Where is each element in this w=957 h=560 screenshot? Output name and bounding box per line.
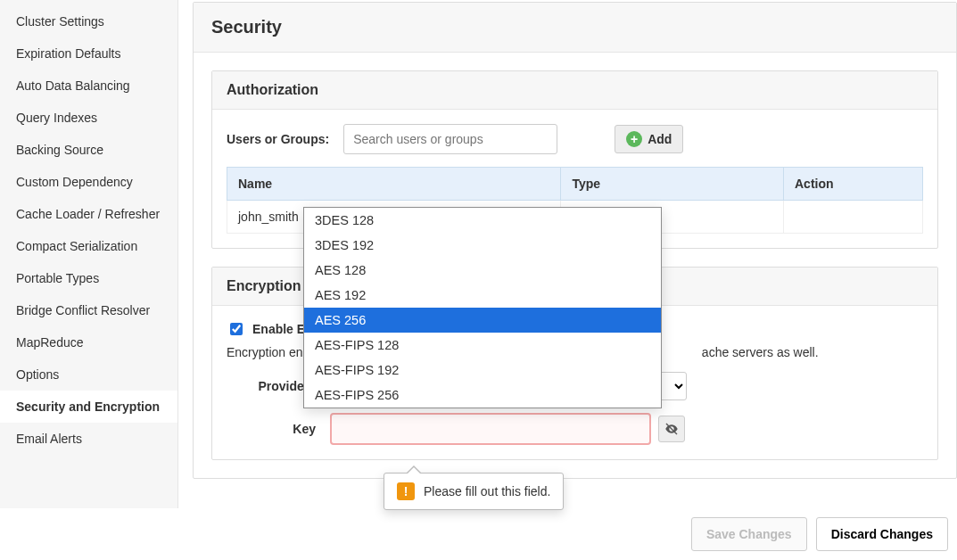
plus-icon: + xyxy=(626,131,642,147)
sidebar-item-bridge-conflict-resolver[interactable]: Bridge Conflict Resolver xyxy=(0,294,177,326)
provider-option-aes-fips-192[interactable]: AES-FIPS 192 xyxy=(304,358,661,383)
enable-encryption-checkbox[interactable] xyxy=(230,323,243,335)
sidebar-item-compact-serialization[interactable]: Compact Serialization xyxy=(0,230,177,262)
provider-option-aes-128[interactable]: AES 128 xyxy=(304,258,661,283)
provider-option-aes-fips-256[interactable]: AES-FIPS 256 xyxy=(304,383,661,408)
eye-slash-icon xyxy=(664,422,679,436)
col-name[interactable]: Name xyxy=(227,168,561,201)
provider-option-aes-fips-128[interactable]: AES-FIPS 128 xyxy=(304,333,661,358)
provider-option-aes-256[interactable]: AES 256 xyxy=(304,308,661,333)
sidebar-item-mapreduce[interactable]: MapReduce xyxy=(0,326,177,358)
provider-option-3des-192[interactable]: 3DES 192 xyxy=(304,233,661,258)
cell-action xyxy=(783,201,922,234)
sidebar-item-custom-dependency[interactable]: Custom Dependency xyxy=(0,166,177,198)
sidebar-item-backing-source[interactable]: Backing Source xyxy=(0,134,177,166)
footer-actions: Save Changes Discard Changes xyxy=(691,517,948,551)
sidebar-item-email-alerts[interactable]: Email Alerts xyxy=(0,423,177,455)
page-title: Security xyxy=(194,3,956,53)
authorization-header: Authorization xyxy=(212,71,937,110)
providers-label: Providers xyxy=(227,379,316,393)
col-action[interactable]: Action xyxy=(783,168,922,201)
sidebar-item-portable-types[interactable]: Portable Types xyxy=(0,262,177,294)
add-button-label: Add xyxy=(648,132,672,146)
provider-option-aes-192[interactable]: AES 192 xyxy=(304,283,661,308)
sidebar-item-cache-loader-refresher[interactable]: Cache Loader / Refresher xyxy=(0,198,177,230)
sidebar-item-security-and-encryption[interactable]: Security and Encryption xyxy=(0,391,177,423)
sidebar-item-auto-data-balancing[interactable]: Auto Data Balancing xyxy=(0,70,177,102)
validation-tooltip: ! Please fill out this field. xyxy=(384,473,564,510)
provider-option-3des-128[interactable]: 3DES 128 xyxy=(304,208,661,233)
save-changes-button[interactable]: Save Changes xyxy=(691,517,807,551)
toggle-key-visibility-button[interactable] xyxy=(658,416,685,442)
sidebar-item-expiration-defaults[interactable]: Expiration Defaults xyxy=(0,37,177,70)
sidebar: Cluster Settings Expiration Defaults Aut… xyxy=(0,0,178,508)
key-label: Key xyxy=(227,422,316,436)
col-type[interactable]: Type xyxy=(561,168,784,201)
sidebar-item-cluster-settings[interactable]: Cluster Settings xyxy=(0,5,177,37)
sidebar-item-options[interactable]: Options xyxy=(0,358,177,391)
tooltip-text: Please fill out this field. xyxy=(424,484,550,498)
add-user-button[interactable]: + Add xyxy=(615,125,683,153)
warning-icon: ! xyxy=(397,482,415,500)
discard-changes-button[interactable]: Discard Changes xyxy=(816,517,948,551)
users-or-groups-input[interactable] xyxy=(343,124,557,154)
key-input[interactable] xyxy=(330,413,651,445)
sidebar-item-query-indexes[interactable]: Query Indexes xyxy=(0,102,177,134)
providers-dropdown-list[interactable]: 3DES 128 3DES 192 AES 128 AES 192 AES 25… xyxy=(303,207,662,408)
users-or-groups-label: Users or Groups: xyxy=(227,132,329,146)
